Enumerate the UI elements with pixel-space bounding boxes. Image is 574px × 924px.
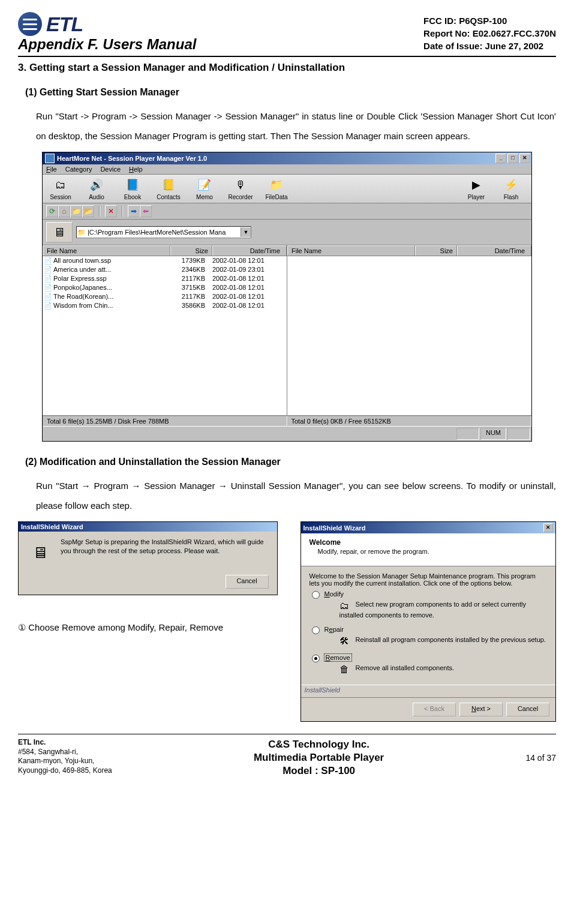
file-headers-left: File Name Size Date/Time [43,245,287,256]
tab-ebook[interactable]: 📘Ebook [118,177,147,200]
table-row[interactable]: 📄All around town.ssp1739KB2002-01-08 12:… [43,256,287,265]
col-filename[interactable]: File Name [43,245,170,256]
header-rule [18,56,556,57]
close-button[interactable]: ✕ [543,523,553,532]
menu-device[interactable]: Device [100,166,121,173]
col-size[interactable]: Size [415,245,457,256]
installshield-logo-icon: 🖥 [27,538,53,568]
recorder-icon: 🎙 [232,177,249,193]
wizard-intro: Welcome to the Session Manager Setup Mai… [309,572,547,587]
tab-filedata[interactable]: 📁FileData [262,177,291,200]
delete-icon[interactable]: ✕ [105,205,117,217]
tab-player[interactable]: ▶Player [462,177,491,200]
arrow-left-icon[interactable]: ⬅ [140,205,152,217]
tab-memo[interactable]: 📝Memo [190,177,219,200]
radio-remove[interactable]: Remove [312,654,547,662]
page-footer: ETL Inc. #584, Sangwhal-ri, Kanam-myon, … [18,734,556,778]
remove-glyph-icon: 🗑 [339,664,354,675]
file-date: 2002-01-08 12:01 [209,284,287,292]
col-datetime[interactable]: Date/Time [457,245,531,256]
wizard-prepare-msg: SspMgr Setup is preparing the InstallShi… [61,538,269,556]
file-icon: 📄 [43,293,53,301]
file-size: 2117KB [163,293,209,301]
tab-session[interactable]: 🗂Session [46,177,75,200]
tab-contacts[interactable]: 📒Contacts [154,177,183,200]
file-date: 2002-01-09 23:01 [209,266,287,274]
statusbar: NUM [43,427,531,441]
cancel-button[interactable]: Cancel [506,703,549,716]
home-icon[interactable]: ⌂ [58,205,70,217]
radio-icon [312,591,320,599]
footer-company: ETL Inc. [18,738,112,748]
file-list-right[interactable] [287,256,531,415]
subsection-1-title: (1) Getting Start Session Manager [25,87,556,98]
menu-file[interactable]: File [46,166,57,173]
tab-audio[interactable]: 🔊Audio [82,177,111,200]
radio-repair[interactable]: Repair [312,626,547,634]
close-button[interactable]: ✕ [519,154,530,163]
path-combobox[interactable]: 📁 |C:\Program Files\HeartMoreNet\Session… [76,226,251,238]
session-manager-window: HeartMore Net - Session Player Manager V… [42,152,532,442]
appendix-title: Appendix F. Users Manual [18,36,196,53]
file-date: 2002-01-08 12:01 [209,302,287,310]
wizard-titlebar: InstallShield Wizard [19,522,277,532]
maximize-button[interactable]: □ [507,154,518,163]
header-left: ETL Appendix F. Users Manual [18,12,196,53]
titlebar-text: HeartMore Net - Session Player Manager V… [57,155,207,162]
file-size: 2117KB [163,275,209,283]
brand-label: InstallShield [301,685,555,697]
col-datetime[interactable]: Date/Time [212,245,287,256]
wizard-welcome-sub: Modify, repair, or remove the program. [318,548,547,555]
menu-help[interactable]: Help [129,166,143,173]
table-row[interactable]: 📄America under att...2346KB2002-01-09 23… [43,265,287,274]
tab-flash[interactable]: ⚡Flash [497,177,525,200]
file-date: 2002-01-08 12:01 [209,275,287,283]
menu-category[interactable]: Category [65,166,92,173]
tab-recorder[interactable]: 🎙Recorder [226,177,255,200]
chevron-down-icon[interactable]: ▼ [241,227,251,237]
fcc-id: FCC ID: P6QSP-100 [423,14,556,27]
footer-addr3: Kyounggi-do, 469-885, Korea [18,766,112,776]
radio-modify[interactable]: Modify [312,590,547,599]
logo-block: ETL [18,12,196,36]
window-controls: _ □ ✕ [495,154,530,163]
tab-label: Flash [504,194,518,200]
file-date: 2002-01-08 12:01 [209,257,287,265]
folder-icon[interactable]: 📁 [70,205,82,217]
path-text: |C:\Program Files\HeartMoreNet\Session M… [86,229,241,236]
minimize-button[interactable]: _ [495,154,506,163]
tab-label: Ebook [124,194,141,200]
radio-icon [312,655,320,662]
status-empty [456,428,479,440]
section-title: 3. Getting start a Session Manager and M… [18,62,556,74]
session-icon: 🗂 [52,177,69,193]
contacts-icon: 📒 [160,177,177,193]
col-size[interactable]: Size [170,245,212,256]
table-row[interactable]: 📄Polar Express.ssp2117KB2002-01-08 12:01 [43,274,287,283]
file-name: Polar Express.ssp [53,275,163,283]
file-icon: 📄 [43,275,53,283]
cancel-button[interactable]: Cancel [226,575,269,589]
footer-center: C&S Technology Inc. Multimedia Portable … [254,738,384,778]
main-toolbar: 🗂Session🔊Audio📘Ebook📒Contacts📝Memo🎙Recor… [43,175,531,203]
file-panels: File Name Size Date/Time 📄All around tow… [43,245,531,416]
folder-open-icon[interactable]: 📂 [82,205,94,217]
drive-c-icon[interactable]: 🖥 [46,222,73,242]
file-date: 2002-01-08 12:01 [209,293,287,301]
sub-toolbar: ⟳⌂📁📂 ✕ ➡⬅ [43,203,531,220]
arrow-right-icon[interactable]: ➡ [128,205,140,217]
file-list-left[interactable]: 📄All around town.ssp1739KB2002-01-08 12:… [43,256,287,415]
refresh-icon[interactable]: ⟳ [46,205,58,217]
table-row[interactable]: 📄Ponpoko(Japanes...3715KB2002-01-08 12:0… [43,283,287,292]
tab-label: Player [468,194,485,200]
table-row[interactable]: 📄The Road(Korean)...2117KB2002-01-08 12:… [43,292,287,301]
subsection-1-text: Run "Start -> Program -> Session Manager… [36,106,556,146]
table-row[interactable]: 📄Wisdom from Chin...3586KB2002-01-08 12:… [43,301,287,310]
file-size: 2346KB [163,266,209,274]
file-name: Ponpoko(Japanes... [53,284,163,292]
col-filename[interactable]: File Name [287,245,415,256]
next-button[interactable]: Next > [459,703,503,716]
etl-logo-icon [18,12,42,36]
issue-date: Date of Issue: June 27, 2002 [423,40,556,52]
menubar: File Category Device Help [43,164,531,175]
